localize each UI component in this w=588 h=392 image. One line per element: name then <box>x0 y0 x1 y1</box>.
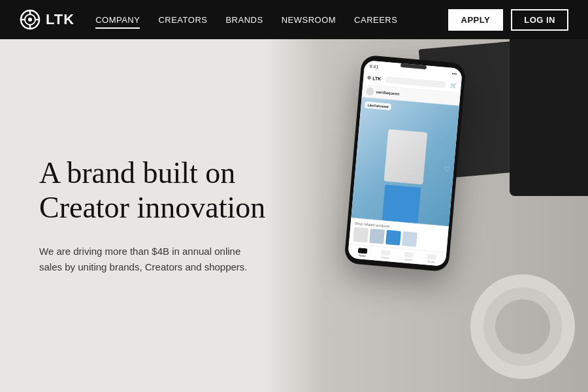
person-skirt <box>382 184 421 223</box>
nav-company[interactable]: COMPANY <box>95 15 140 25</box>
hero-section: A brand built on Creator innovation We a… <box>0 39 588 392</box>
product-thumb-4 <box>402 231 417 247</box>
login-button[interactable]: LOG IN <box>511 9 568 31</box>
phone-screen: 9:41 ▪▪▪ ⊙ LTK 🛒 vanillaqueen LikeToKnow… <box>348 60 463 267</box>
phone-nav-home: Home <box>357 248 367 257</box>
hero-bg-circle-inner <box>483 287 562 366</box>
nav-links: COMPANY CREATORS BRANDS NEWSROOM CAREERS <box>95 15 397 25</box>
app-cart-icon: 🛒 <box>450 82 457 89</box>
hero-content: A brand built on Creator innovation We a… <box>0 156 304 275</box>
feed-username: vanillaqueen <box>376 90 400 96</box>
ltk-logo-icon <box>20 9 41 30</box>
phone-nav-saved: Saved <box>404 252 414 261</box>
nav-brands[interactable]: BRANDS <box>225 15 263 25</box>
hero-subtext: We are driving more than $4B in annual o… <box>39 244 261 275</box>
nav-newsroom[interactable]: NEWSROOM <box>282 15 336 25</box>
logo-area[interactable]: LTK <box>20 9 74 30</box>
hero-headline: A brand built on Creator innovation <box>39 156 265 225</box>
ltk-badge: LikeToKnowIt <box>365 101 391 110</box>
nav-careers[interactable]: CAREERS <box>354 15 397 25</box>
logo-text: LTK <box>46 11 74 28</box>
phone-mockup: 9:41 ▪▪▪ ⊙ LTK 🛒 vanillaqueen LikeToKnow… <box>344 55 466 272</box>
product-thumb-2 <box>369 229 385 244</box>
svg-point-2 <box>28 18 32 22</box>
product-thumb-1 <box>353 227 368 243</box>
phone-signal: ▪▪▪ <box>452 71 457 76</box>
navbar-right: APPLY LOG IN <box>448 9 568 31</box>
phone-outer: 9:41 ▪▪▪ ⊙ LTK 🛒 vanillaqueen LikeToKnow… <box>344 55 466 272</box>
app-search-bar <box>385 76 446 88</box>
phone-nav-profile: Profile <box>427 253 436 263</box>
heart-icon: ♡ <box>444 165 450 173</box>
apply-button[interactable]: APPLY <box>448 9 504 31</box>
nav-creators[interactable]: CREATORS <box>158 15 207 25</box>
phone-nav-search: Search <box>380 250 390 259</box>
feed-avatar <box>366 87 374 95</box>
phone-time: 9:41 <box>370 63 379 69</box>
phone-image-area: LikeToKnowIt ♡ <box>351 97 459 226</box>
app-logo: ⊙ LTK <box>367 75 382 82</box>
person-silhouette <box>374 129 434 224</box>
person-top <box>384 129 427 185</box>
product-thumb-3 <box>385 230 401 246</box>
navbar: LTK COMPANY CREATORS BRANDS NEWSROOM CAR… <box>0 0 588 39</box>
navbar-left: LTK COMPANY CREATORS BRANDS NEWSROOM CAR… <box>20 9 397 30</box>
hero-bg-dark-panel <box>510 39 588 196</box>
